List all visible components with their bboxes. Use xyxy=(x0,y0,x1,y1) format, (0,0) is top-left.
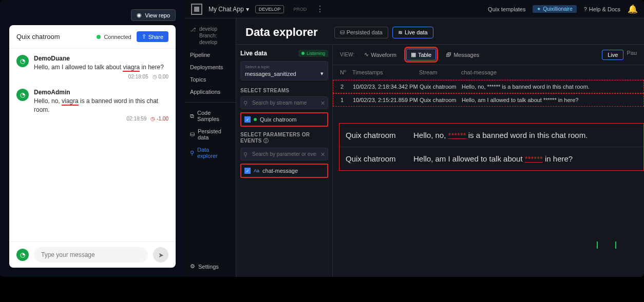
sparkle-icon: ✦ xyxy=(537,6,541,12)
view-repo-button[interactable]: ◉ View repo xyxy=(131,9,176,21)
database-icon: ⛁ xyxy=(340,29,345,36)
zoom-overlay: Quix chatroom Hello, no, ****** is a ban… xyxy=(339,123,644,171)
avatar: ◔ xyxy=(16,89,29,101)
view-repo-label: View repo xyxy=(145,12,170,18)
clear-icon[interactable]: ✕ xyxy=(320,151,325,157)
info-icon[interactable]: ⓘ xyxy=(263,138,269,144)
stream-search-input[interactable] xyxy=(240,96,328,109)
params-label: SELECT PARAMETERS OR EVENTS ⓘ xyxy=(240,132,328,145)
param-checkbox-row[interactable]: ✓ Aa chat-message xyxy=(240,164,328,178)
sidenav-item-topics[interactable]: Topics xyxy=(185,73,236,86)
clear-icon[interactable]: ✕ xyxy=(320,99,325,106)
share-button[interactable]: ⇪ Share xyxy=(137,31,168,42)
msg-time: 02:18:05 xyxy=(128,74,148,79)
logo-icon xyxy=(191,4,202,15)
code-icon: ⧉ xyxy=(190,113,194,119)
tab-persisted-data[interactable]: ⛁Persisted data xyxy=(334,27,388,38)
param-search-input[interactable] xyxy=(240,148,328,160)
send-button[interactable]: ➤ xyxy=(153,247,168,263)
table-row[interactable]: 2 10/02/23, 2:18:34.342 PM Quix chatroom… xyxy=(333,80,644,93)
env-develop-pill[interactable]: DEVELOP xyxy=(255,5,285,13)
branch-icon: ⎇ xyxy=(190,26,196,33)
avatar: ◔ xyxy=(16,55,29,67)
github-icon: ◉ xyxy=(137,12,142,18)
streams-label: SELECT STREAMS xyxy=(240,88,328,93)
waveform-icon: ∿ xyxy=(364,51,369,58)
msg-score: ◷ -1.00 xyxy=(150,116,168,122)
gear-icon: ⚙ xyxy=(190,263,195,270)
chat-input[interactable] xyxy=(34,247,148,263)
chat-message: ◔ DemoAdmin Hello, no, viagra is a banne… xyxy=(16,89,168,122)
pause-button[interactable]: Pau xyxy=(627,50,637,60)
checkbox-icon: ✓ xyxy=(244,116,251,123)
table-row[interactable]: 1 10/02/23, 2:15:21.859 PM Quix chatroom… xyxy=(333,93,644,107)
connection-status: Connected xyxy=(97,34,131,40)
help-link[interactable]: ?Help & Docs xyxy=(584,6,620,12)
msg-score: ◷ 0.00 xyxy=(153,74,168,79)
search-icon: ⚲ xyxy=(190,150,194,156)
database-icon: ⛁ xyxy=(190,131,195,138)
table-icon: ▦ xyxy=(411,51,416,58)
view-waveform-button[interactable]: ∿Waveform xyxy=(359,49,401,61)
kebab-icon[interactable]: ⋮ xyxy=(316,4,324,14)
msg-text: Hello, no, viagra is a banned word in th… xyxy=(34,97,168,114)
view-label: VIEW: xyxy=(340,52,354,57)
status-dot-icon xyxy=(97,35,101,39)
share-icon: ⇪ xyxy=(142,33,146,40)
cursor-icon xyxy=(615,241,616,249)
msg-text: Hello, am I allowed to talk about viagra… xyxy=(34,63,168,72)
msg-time: 02:18:59 xyxy=(126,116,146,122)
view-messages-button[interactable]: 🗊Messages xyxy=(441,49,484,61)
sidenav-data-explorer[interactable]: ⚲Data explorer xyxy=(185,144,236,162)
sidenav-item-applications[interactable]: Applications xyxy=(185,86,236,98)
user-tag[interactable]: ✦Quixillionaire xyxy=(533,5,576,13)
view-table-button[interactable]: ▦Table xyxy=(406,49,436,61)
table-header: Nº Timestamps Stream chat-message xyxy=(333,65,644,80)
app-selector[interactable]: My Chat App ▾ xyxy=(209,6,249,13)
sidenav: ⎇ develop Branch: develop Pipeline Deplo… xyxy=(185,18,236,277)
signal-icon: ≋ xyxy=(398,29,403,36)
stream-status-dot-icon xyxy=(254,118,257,121)
sidenav-code-samples[interactable]: ⧉Code Samples xyxy=(185,107,236,125)
topbar: My Chat App ▾ DEVELOP PROD ⋮ Quix templa… xyxy=(185,0,644,18)
sidenav-item-deployments[interactable]: Deployments xyxy=(185,61,236,73)
avatar: ◔ xyxy=(16,249,29,261)
msg-username: DemoDuane xyxy=(34,55,168,62)
filter-title: Live data xyxy=(240,50,267,57)
chevron-down-icon: ▾ xyxy=(246,6,249,13)
search-icon: ⚲ xyxy=(243,151,248,157)
help-icon: ? xyxy=(584,6,587,12)
chat-panel: Quix chatroom Connected ⇪ Share ◔ xyxy=(9,25,176,268)
search-icon: ⚲ xyxy=(243,99,248,106)
live-button[interactable]: Live xyxy=(602,50,623,60)
stream-checkbox-row[interactable]: ✓ Quix chatroom xyxy=(240,112,328,127)
messages-icon: 🗊 xyxy=(446,52,451,58)
cursor-icon xyxy=(597,241,598,249)
page-title: Data explorer xyxy=(245,26,318,39)
chevron-down-icon: ▾ xyxy=(320,70,324,77)
env-prod-pill[interactable]: PROD xyxy=(290,6,310,13)
bell-icon[interactable]: 🔔 xyxy=(628,4,638,14)
chat-message: ◔ DemoDuane Hello, am I allowed to talk … xyxy=(16,55,168,79)
sidenav-item-pipeline[interactable]: Pipeline xyxy=(185,49,236,61)
msg-username: DemoAdmin xyxy=(34,89,168,96)
topic-select[interactable]: Select a topic messages_sanitized▾ xyxy=(240,61,328,80)
listening-badge: Listening xyxy=(298,50,328,57)
sidenav-persisted[interactable]: ⛁Persisted data xyxy=(185,125,236,144)
chat-title: Quix chatroom xyxy=(16,33,60,41)
sidenav-settings[interactable]: ⚙Settings xyxy=(185,260,236,273)
checkbox-icon: ✓ xyxy=(244,168,251,174)
templates-link[interactable]: Quix templates xyxy=(488,6,525,12)
tab-live-data[interactable]: ≋Live data xyxy=(392,27,433,38)
